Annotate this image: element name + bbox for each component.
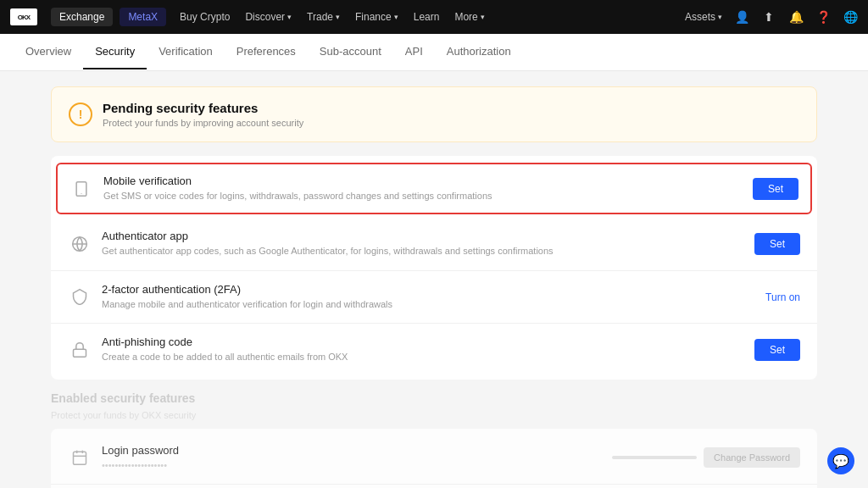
mobile-set-button[interactable]: Set: [753, 178, 798, 200]
antiphishing-set-button[interactable]: Set: [754, 339, 800, 361]
nav-links: Buy Crypto Discover▾ Trade▾ Finance▾ Lea…: [180, 11, 485, 23]
mobile-verification-item: Mobile verification Get SMS or voice cod…: [56, 163, 812, 214]
trade-arrow-icon: ▾: [336, 13, 340, 21]
sub-navigation: Overview Security Verification Preferenc…: [0, 34, 868, 71]
enabled-subtitle: Protect your funds by OKX security: [51, 410, 817, 420]
authenticator-action: Set: [754, 233, 800, 255]
mobile-verification-desc: Get SMS or voice codes for logins, withd…: [103, 190, 612, 202]
twofa-action: Turn on: [765, 291, 800, 303]
user-icon[interactable]: 👤: [734, 9, 749, 25]
assets-menu[interactable]: Assets▾: [685, 11, 722, 23]
login-password-title: Login password: [102, 444, 602, 457]
shield-icon: [68, 285, 92, 308]
mobile-verification-title: Mobile verification: [103, 175, 743, 187]
discover-arrow-icon: ▾: [287, 13, 292, 21]
chat-button[interactable]: 💬: [827, 447, 854, 474]
antiphishing-item: Anti-phishing code Create a code to be a…: [51, 324, 817, 375]
mobile-icon: [70, 177, 93, 201]
enabled-section-header: Enabled security features Protect your f…: [51, 391, 817, 420]
authenticator-title: Authenticator app: [102, 230, 744, 242]
pending-security-items: Mobile verification Get SMS or voice cod…: [51, 156, 817, 380]
authenticator-icon: [68, 232, 92, 256]
nav-learn[interactable]: Learn: [414, 11, 440, 23]
login-password-value: ••••••••••••••••••••: [102, 459, 602, 472]
svg-rect-0: [76, 181, 86, 196]
finance-arrow-icon: ▾: [394, 13, 398, 21]
tab-overview[interactable]: Overview: [14, 35, 83, 69]
tab-preferences[interactable]: Preferences: [225, 35, 308, 69]
twofa-desc: Manage mobile and authenticator verifica…: [102, 298, 610, 311]
antiphishing-desc: Create a code to be added to all authent…: [102, 351, 610, 363]
mobile-verification-content: Mobile verification Get SMS or voice cod…: [103, 175, 743, 202]
password-strength-bar: [612, 456, 697, 459]
twofa-content: 2-factor authentication (2FA) Manage mob…: [102, 283, 755, 311]
mobile-verification-action: Set: [753, 178, 798, 200]
warning-icon: !: [69, 103, 92, 126]
svg-rect-4: [74, 349, 86, 357]
enabled-security-items: Login password •••••••••••••••••••• Chan…: [51, 429, 817, 488]
email-verification-item: Email verification Get email codes for l…: [51, 485, 817, 488]
twofa-title: 2-factor authentication (2FA): [102, 283, 755, 296]
logo-icon: OKX: [10, 8, 37, 25]
logo[interactable]: OKX: [10, 8, 37, 25]
tab-subaccount[interactable]: Sub-account: [308, 35, 393, 69]
login-password-action: Change Password: [612, 447, 800, 468]
tab-security[interactable]: Security: [83, 35, 147, 69]
nav-trade[interactable]: Trade▾: [307, 11, 340, 23]
deposit-icon[interactable]: ⬆: [761, 9, 776, 25]
twofa-turnon-button[interactable]: Turn on: [765, 291, 800, 303]
twofa-item: 2-factor authentication (2FA) Manage mob…: [51, 271, 817, 324]
authenticator-app-item: Authenticator app Get authenticator app …: [51, 218, 817, 270]
authenticator-set-button[interactable]: Set: [754, 233, 800, 255]
pending-subtitle: Protect your funds by improving account …: [103, 118, 303, 128]
lock-icon: [68, 338, 92, 362]
pending-title: Pending security features: [103, 101, 303, 115]
tab-authorization[interactable]: Authorization: [435, 35, 523, 69]
metax-tab[interactable]: MetaX: [120, 8, 166, 26]
nav-right: Assets▾ 👤 ⬆ 🔔 ❓ 🌐: [685, 9, 858, 25]
enabled-title: Enabled security features: [51, 391, 817, 405]
login-password-item: Login password •••••••••••••••••••• Chan…: [51, 432, 817, 485]
nav-more[interactable]: More▾: [454, 11, 484, 23]
authenticator-content: Authenticator app Get authenticator app …: [102, 230, 744, 258]
help-icon[interactable]: ❓: [815, 9, 831, 25]
top-navigation: OKX Exchange MetaX Buy Crypto Discover▾ …: [0, 0, 868, 34]
nav-finance[interactable]: Finance▾: [355, 11, 398, 23]
calendar-icon: [68, 446, 92, 469]
tab-api[interactable]: API: [393, 35, 435, 69]
main-content: ! Pending security features Protect your…: [0, 71, 868, 488]
more-arrow-icon: ▾: [481, 13, 485, 21]
authenticator-desc: Get authenticator app codes, such as Goo…: [102, 245, 610, 258]
tab-verification[interactable]: Verification: [147, 35, 225, 69]
globe-icon[interactable]: 🌐: [843, 9, 858, 25]
antiphishing-title: Anti-phishing code: [102, 336, 744, 348]
nav-discover[interactable]: Discover▾: [245, 11, 292, 23]
exchange-tab[interactable]: Exchange: [51, 8, 113, 26]
pending-security-card: ! Pending security features Protect your…: [51, 86, 817, 142]
assets-arrow-icon: ▾: [718, 13, 722, 21]
antiphishing-action: Set: [754, 339, 800, 361]
antiphishing-content: Anti-phishing code Create a code to be a…: [102, 336, 744, 363]
pending-text: Pending security features Protect your f…: [103, 101, 303, 128]
bell-icon[interactable]: 🔔: [788, 9, 804, 25]
login-password-content: Login password ••••••••••••••••••••: [102, 444, 602, 472]
nav-buy-crypto[interactable]: Buy Crypto: [180, 11, 230, 23]
svg-rect-5: [74, 452, 86, 465]
change-password-button[interactable]: Change Password: [704, 447, 800, 468]
